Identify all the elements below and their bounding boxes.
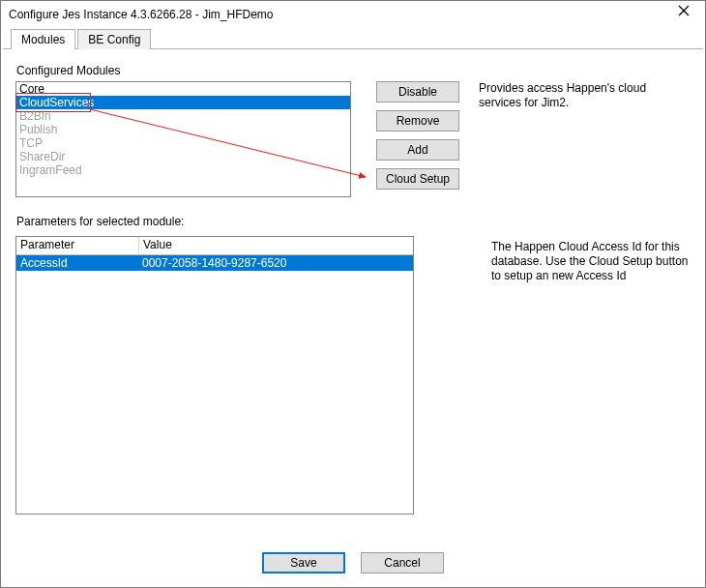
- remove-button[interactable]: Remove: [376, 110, 459, 132]
- window-title: Configure Jes Instance 4.3.6266.28 - Jim…: [9, 8, 273, 21]
- module-item-sharedir[interactable]: ShareDir: [16, 150, 350, 163]
- module-item-publish[interactable]: Publish: [16, 123, 350, 136]
- module-item-ingramfeed[interactable]: IngramFeed: [16, 163, 350, 177]
- parameter-name: AccessId: [16, 255, 138, 271]
- close-icon[interactable]: [670, 5, 697, 24]
- config-window: Configure Jes Instance 4.3.6266.28 - Jim…: [0, 0, 706, 588]
- module-item-b2bin[interactable]: B2BIn: [16, 109, 350, 123]
- cancel-button[interactable]: Cancel: [361, 552, 444, 573]
- parameter-description: The Happen Cloud Access Id for this data…: [491, 236, 695, 283]
- parameters-header: Parameter Value: [16, 237, 413, 255]
- parameters-label: Parameters for selected module:: [16, 215, 695, 228]
- module-item-tcp[interactable]: TCP: [16, 136, 350, 150]
- module-item-core[interactable]: Core: [16, 82, 350, 96]
- tab-strip: Modules BE Config: [1, 28, 705, 49]
- parameters-table[interactable]: Parameter Value AccessId 0007-2058-1480-…: [15, 236, 414, 514]
- titlebar: Configure Jes Instance 4.3.6266.28 - Jim…: [1, 1, 705, 28]
- tab-be-config[interactable]: BE Config: [77, 29, 151, 49]
- tab-content: Configured Modules Core CloudServices B2…: [1, 50, 705, 587]
- module-action-buttons: Disable Remove Add Cloud Setup: [376, 81, 459, 190]
- module-item-cloudservices[interactable]: CloudServices: [16, 96, 350, 109]
- dialog-buttons: Save Cancel: [11, 543, 695, 583]
- add-button[interactable]: Add: [376, 139, 459, 161]
- column-parameter[interactable]: Parameter: [16, 237, 139, 254]
- cloud-setup-button[interactable]: Cloud Setup: [376, 168, 459, 190]
- parameter-row[interactable]: AccessId 0007-2058-1480-9287-6520: [16, 255, 413, 271]
- disable-button[interactable]: Disable: [376, 81, 459, 103]
- tab-modules[interactable]: Modules: [11, 29, 75, 49]
- save-button[interactable]: Save: [262, 552, 345, 573]
- parameter-value: 0007-2058-1480-9287-6520: [138, 255, 413, 271]
- column-value[interactable]: Value: [139, 237, 413, 254]
- module-description: Provides access Happen's cloud services …: [479, 81, 695, 110]
- modules-listbox[interactable]: Core CloudServices B2BIn Publish TCP Sha…: [15, 81, 351, 197]
- configured-modules-label: Configured Modules: [16, 64, 695, 77]
